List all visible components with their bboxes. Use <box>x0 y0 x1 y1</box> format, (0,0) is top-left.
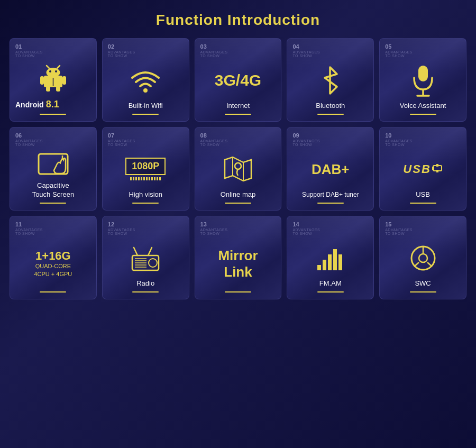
card-11-underline <box>40 291 66 292</box>
card-05-underline <box>410 114 436 115</box>
card-swc: 15 ADVANTAGESTO SHOW SWC <box>379 216 466 299</box>
svg-line-41 <box>414 262 419 267</box>
card-01-number: 01 <box>15 44 22 50</box>
card-01-label: Android 8.1 <box>15 98 91 111</box>
card-android: 01 ADVANTAGESTO SHOW <box>10 38 97 122</box>
card-voice: 05 ADVANTAGESTO SHOW Voice Assistant <box>379 38 466 122</box>
card-12-advantages: ADVANTAGESTO SHOW <box>108 228 135 235</box>
card-10-underline <box>410 203 436 204</box>
card-03-underline <box>225 114 251 115</box>
svg-rect-6 <box>40 76 44 85</box>
card-03-number: 03 <box>200 44 207 50</box>
svg-line-4 <box>47 66 49 68</box>
card-radio: 12 ADVANTAGESTO SHOW <box>102 216 189 299</box>
hd-icon: 1080P <box>108 151 184 187</box>
wifi-icon <box>108 62 184 98</box>
card-02-underline <box>132 114 159 115</box>
card-06-underline <box>40 203 66 204</box>
card-map: 08 ADVANTAGESTO SHOW Online map <box>195 127 282 211</box>
svg-rect-8 <box>46 86 50 92</box>
svg-rect-7 <box>62 76 66 85</box>
svg-rect-23 <box>436 170 438 172</box>
touch-screen-icon <box>15 151 91 178</box>
card-02-advantages: ADVANTAGESTO SHOW <box>108 50 135 58</box>
card-01-advantages: ADVANTAGESTO SHOW <box>15 50 43 58</box>
svg-line-25 <box>134 248 138 255</box>
svg-rect-15 <box>39 154 68 174</box>
svg-point-27 <box>149 259 157 267</box>
svg-rect-36 <box>333 249 337 270</box>
grid-row-2: 06 ADVANTAGESTO SHOW CapacitiveTouch Scr… <box>10 127 466 211</box>
card-dab: 09 ADVANTAGESTO SHOW DAB+ Support DAB+ t… <box>287 127 374 211</box>
card-05-number: 05 <box>385 44 391 50</box>
svg-point-3 <box>55 70 57 72</box>
card-05-advantages: ADVANTAGESTO SHOW <box>385 50 413 58</box>
svg-line-5 <box>57 66 60 68</box>
card-06-advantages: ADVANTAGESTO SHOW <box>15 139 43 147</box>
bluetooth-icon <box>292 62 368 98</box>
dab-icon: DAB+ <box>292 151 368 188</box>
card-02-label: Built-in Wifi <box>108 102 184 111</box>
3g4g-icon: 3G/4G <box>200 62 276 98</box>
card-07-advantages: ADVANTAGESTO SHOW <box>108 139 135 147</box>
svg-rect-9 <box>56 86 60 92</box>
grid-row-3: 11 ADVANTAGESTO SHOW 1+16G QUAD-CORE4CPU… <box>10 216 466 299</box>
card-15-label: SWC <box>385 279 461 288</box>
card-touch: 06 ADVANTAGESTO SHOW CapacitiveTouch Scr… <box>10 127 97 211</box>
card-10-number: 10 <box>385 133 391 139</box>
card-07-label: High vision <box>108 190 184 199</box>
svg-point-2 <box>49 70 51 72</box>
card-15-number: 15 <box>385 222 391 227</box>
svg-rect-35 <box>328 254 332 270</box>
card-highvision: 07 ADVANTAGESTO SHOW 1080P <box>102 127 189 211</box>
card-07-underline <box>132 203 159 204</box>
card-09-underline <box>317 203 344 204</box>
map-icon <box>200 151 276 187</box>
card-memory: 11 ADVANTAGESTO SHOW 1+16G QUAD-CORE4CPU… <box>10 216 97 299</box>
card-12-number: 12 <box>108 222 114 227</box>
card-wifi: 02 ADVANTAGESTO SHOW Built-in Wifi <box>102 38 189 122</box>
card-05-label: Voice Assistant <box>385 102 461 111</box>
card-04-advantages: ADVANTAGESTO SHOW <box>292 50 320 58</box>
card-08-advantages: ADVANTAGESTO SHOW <box>200 139 228 147</box>
svg-point-39 <box>419 254 427 262</box>
card-10-advantages: ADVANTAGESTO SHOW <box>385 139 413 147</box>
card-06-number: 06 <box>15 133 22 139</box>
card-10-label: USB <box>385 190 461 199</box>
card-fmam: 14 ADVANTAGESTO SHOW FM.AM <box>287 216 374 299</box>
svg-rect-34 <box>323 260 326 270</box>
card-internet: 03 ADVANTAGESTO SHOW 3G/4G Internet <box>195 38 282 122</box>
svg-line-26 <box>148 248 152 255</box>
card-usb: 10 ADVANTAGESTO SHOW USB USB <box>379 127 466 211</box>
card-08-label: Online map <box>200 190 276 199</box>
card-02-number: 02 <box>108 44 114 50</box>
card-04-number: 04 <box>292 44 299 50</box>
card-15-advantages: ADVANTAGESTO SHOW <box>385 228 413 235</box>
svg-rect-12 <box>418 66 428 81</box>
page-title: Function Introduction <box>0 0 476 38</box>
android-icon <box>15 62 91 95</box>
card-12-underline <box>132 291 159 292</box>
card-13-underline <box>225 291 251 292</box>
card-11-advantages: ADVANTAGESTO SHOW <box>15 228 43 235</box>
svg-point-1 <box>46 68 60 77</box>
svg-point-19 <box>235 163 241 169</box>
card-14-label: FM.AM <box>292 279 368 288</box>
function-grid: 01 ADVANTAGESTO SHOW <box>0 38 476 305</box>
memory-icon: 1+16G QUAD-CORE4CPU + 4GPU <box>15 240 91 288</box>
card-08-underline <box>225 203 251 204</box>
card-12-label: Radio <box>108 279 184 288</box>
svg-rect-21 <box>432 167 434 170</box>
card-bluetooth: 04 ADVANTAGESTO SHOW Bluetooth <box>287 38 374 122</box>
card-13-advantages: ADVANTAGESTO SHOW <box>200 228 228 235</box>
card-08-number: 08 <box>200 133 207 139</box>
svg-rect-37 <box>338 254 342 270</box>
card-15-underline <box>410 291 436 292</box>
card-14-underline <box>317 291 344 292</box>
svg-rect-33 <box>317 265 321 270</box>
page-wrapper: Function Introduction 01 ADVANTAGESTO SH… <box>0 0 476 305</box>
card-04-underline <box>317 114 344 115</box>
mirror-icon: MirrorLink <box>200 240 276 288</box>
svg-point-11 <box>143 88 148 93</box>
card-11-number: 11 <box>15 222 22 227</box>
